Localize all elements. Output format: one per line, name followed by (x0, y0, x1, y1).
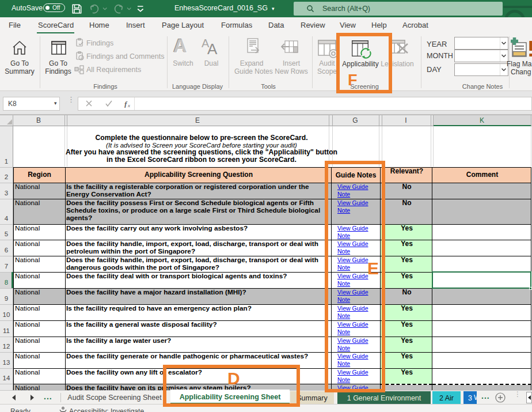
svg-text:x: x (127, 103, 130, 108)
